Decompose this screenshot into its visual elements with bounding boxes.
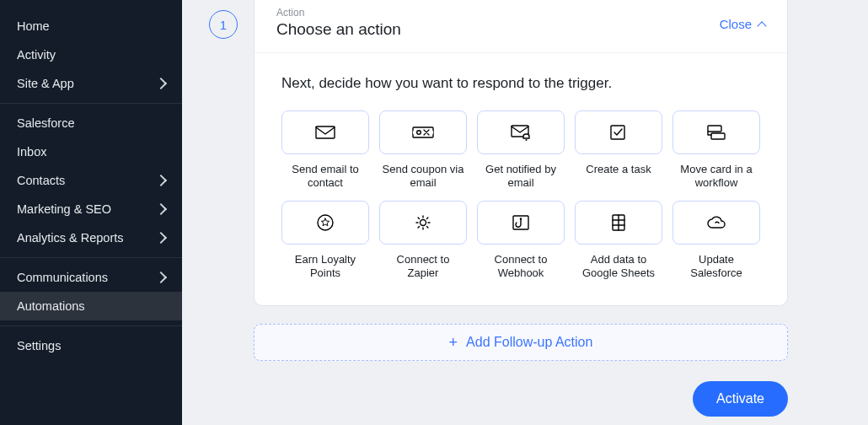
action-label: Send coupon via email xyxy=(381,163,465,191)
svg-point-11 xyxy=(520,218,522,219)
action-create-task[interactable]: Create a task xyxy=(575,110,662,191)
action-earn-points[interactable]: Earn Loyalty Points xyxy=(281,201,369,281)
prompt-text: Next, decide how you want to respond to … xyxy=(281,75,760,92)
sidebar-item-settings[interactable]: Settings xyxy=(0,331,182,360)
star-circle-icon xyxy=(281,201,369,245)
sidebar-item-label: Analytics & Reports xyxy=(17,231,124,245)
sidebar-item-label: Marketing & SEO xyxy=(17,202,111,216)
chevron-right-icon xyxy=(155,272,167,283)
followup-label: Add Follow-up Action xyxy=(466,335,592,350)
sidebar-item-salesforce[interactable]: Salesforce xyxy=(0,109,182,137)
sidebar-item-home[interactable]: Home xyxy=(0,12,182,40)
sheet-icon xyxy=(575,201,662,245)
action-label: Update Salesforce xyxy=(674,253,758,281)
svg-point-2 xyxy=(417,131,421,135)
sidebar-item-label: Settings xyxy=(17,339,61,352)
sidebar-item-label: Communications xyxy=(17,271,108,284)
sidebar-item-label: Salesforce xyxy=(17,116,75,130)
sidebar-item-label: Activity xyxy=(17,48,56,62)
nav-divider xyxy=(0,257,182,258)
sidebar-item-label: Site & App xyxy=(17,77,74,90)
svg-rect-7 xyxy=(711,133,725,139)
svg-point-8 xyxy=(318,215,333,230)
mail-icon xyxy=(281,110,369,154)
sidebar-item-label: Contacts xyxy=(17,174,65,187)
chevron-right-icon xyxy=(155,175,167,186)
sidebar-item-analytics-reports[interactable]: Analytics & Reports xyxy=(0,223,182,252)
close-panel-button[interactable]: Close xyxy=(720,17,765,31)
svg-rect-0 xyxy=(316,126,335,138)
sidebar-item-label: Inbox xyxy=(17,145,46,159)
action-move-card[interactable]: Move card in a workflow xyxy=(672,110,760,191)
step-label: Action xyxy=(276,7,401,19)
sidebar-item-label: Automations xyxy=(17,299,85,313)
action-label: Earn Loyalty Points xyxy=(283,253,367,281)
chevron-right-icon xyxy=(155,232,167,244)
action-get-notified[interactable]: Get notified by email xyxy=(477,110,565,191)
activate-button[interactable]: Activate xyxy=(693,381,788,417)
chevron-right-icon xyxy=(155,203,167,215)
action-label: Create a task xyxy=(586,163,651,176)
svg-point-4 xyxy=(526,139,528,141)
sidebar-item-inbox[interactable]: Inbox xyxy=(0,137,182,166)
step-title: Choose an action xyxy=(276,20,401,39)
sidebar-item-communications[interactable]: Communications xyxy=(0,263,182,292)
sidebar-item-marketing-seo[interactable]: Marketing & SEO xyxy=(0,195,182,223)
step-badge: 1 xyxy=(209,10,238,39)
action-label: Get notified by email xyxy=(479,163,563,191)
action-sheets[interactable]: Add data to Google Sheets xyxy=(575,201,662,281)
action-zapier[interactable]: Connect to Zapier xyxy=(379,201,467,281)
chevron-up-icon xyxy=(757,21,766,30)
gear-icon xyxy=(379,201,467,245)
sidebar: HomeActivitySite & App SalesforceInboxCo… xyxy=(0,0,182,425)
nav-divider xyxy=(0,103,182,104)
cloud-icon xyxy=(672,201,760,245)
svg-rect-5 xyxy=(611,126,624,139)
hook-icon xyxy=(477,201,565,245)
panel-header: Action Choose an action Close xyxy=(255,0,787,53)
action-label: Add data to Google Sheets xyxy=(576,253,661,281)
svg-rect-6 xyxy=(708,126,721,132)
coupon-icon xyxy=(379,110,467,154)
sidebar-item-activity[interactable]: Activity xyxy=(0,40,182,69)
main-area: 1 Action Choose an action Close Next, de… xyxy=(182,0,868,425)
svg-point-9 xyxy=(421,219,426,225)
sidebar-item-contacts[interactable]: Contacts xyxy=(0,166,182,195)
check-box-icon xyxy=(575,110,662,154)
action-label: Connect to Zapier xyxy=(381,253,465,281)
svg-rect-1 xyxy=(413,127,433,137)
nav-divider xyxy=(0,325,182,326)
close-label: Close xyxy=(720,17,752,31)
action-label: Send email to contact xyxy=(283,163,367,191)
chevron-right-icon xyxy=(155,78,167,89)
action-send-coupon[interactable]: Send coupon via email xyxy=(379,110,467,191)
sidebar-item-automations[interactable]: Automations xyxy=(0,292,182,320)
stack-icon xyxy=(672,110,760,154)
sidebar-item-site-app[interactable]: Site & App xyxy=(0,69,182,98)
action-label: Move card in a workflow xyxy=(674,163,758,191)
action-panel: 1 Action Choose an action Close Next, de… xyxy=(254,0,788,306)
sidebar-item-label: Home xyxy=(17,19,50,33)
action-label: Connect to Webhook xyxy=(479,253,563,281)
actions-grid: Send email to contactSend coupon via ema… xyxy=(281,110,760,280)
action-webhook[interactable]: Connect to Webhook xyxy=(477,201,565,281)
add-followup-button[interactable]: + Add Follow-up Action xyxy=(254,324,788,361)
mail-bell-icon xyxy=(477,110,565,154)
action-salesforce[interactable]: Update Salesforce xyxy=(672,201,760,281)
action-send-email[interactable]: Send email to contact xyxy=(281,110,369,191)
